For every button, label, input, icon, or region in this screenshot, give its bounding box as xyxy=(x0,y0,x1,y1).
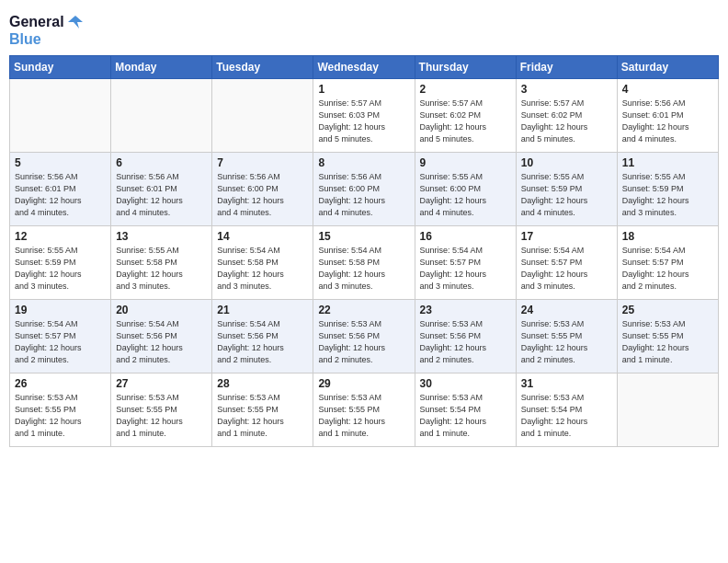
calendar-day-cell: 31Sunrise: 5:53 AM Sunset: 5:54 PM Dayli… xyxy=(516,373,617,446)
calendar-empty-cell xyxy=(617,373,718,446)
weekday-header-row: SundayMondayTuesdayWednesdayThursdayFrid… xyxy=(10,55,719,78)
day-number: 19 xyxy=(15,304,106,316)
calendar-day-cell: 17Sunrise: 5:54 AM Sunset: 5:57 PM Dayli… xyxy=(516,225,617,299)
day-info: Sunrise: 5:55 AM Sunset: 5:59 PM Dayligh… xyxy=(15,245,106,293)
day-number: 31 xyxy=(521,377,612,390)
day-number: 14 xyxy=(217,230,308,243)
day-info: Sunrise: 5:56 AM Sunset: 6:01 PM Dayligh… xyxy=(116,171,207,219)
calendar-day-cell: 11Sunrise: 5:55 AM Sunset: 5:59 PM Dayli… xyxy=(617,152,718,225)
day-number: 4 xyxy=(622,83,713,96)
logo: General Blue xyxy=(9,13,85,48)
day-number: 3 xyxy=(521,83,612,96)
day-number: 20 xyxy=(116,304,207,316)
logo-blue: Blue xyxy=(9,31,85,48)
calendar-week-row: 19Sunrise: 5:54 AM Sunset: 5:57 PM Dayli… xyxy=(10,299,719,373)
day-number: 12 xyxy=(15,230,106,243)
day-info: Sunrise: 5:54 AM Sunset: 5:57 PM Dayligh… xyxy=(420,245,511,293)
day-number: 28 xyxy=(217,377,308,390)
day-info: Sunrise: 5:53 AM Sunset: 5:54 PM Dayligh… xyxy=(521,392,612,440)
day-number: 9 xyxy=(420,156,511,169)
day-info: Sunrise: 5:54 AM Sunset: 5:57 PM Dayligh… xyxy=(521,245,612,293)
weekday-header-monday: Monday xyxy=(111,55,212,78)
calendar-empty-cell xyxy=(111,78,212,152)
day-number: 7 xyxy=(217,156,308,169)
day-info: Sunrise: 5:54 AM Sunset: 5:58 PM Dayligh… xyxy=(217,245,308,293)
day-number: 22 xyxy=(318,304,409,316)
calendar-day-cell: 15Sunrise: 5:54 AM Sunset: 5:58 PM Dayli… xyxy=(313,225,415,299)
logo-general: General xyxy=(9,14,64,30)
calendar-day-cell: 27Sunrise: 5:53 AM Sunset: 5:55 PM Dayli… xyxy=(111,373,212,446)
day-number: 25 xyxy=(622,304,713,316)
day-info: Sunrise: 5:56 AM Sunset: 6:01 PM Dayligh… xyxy=(15,171,106,219)
calendar-day-cell: 29Sunrise: 5:53 AM Sunset: 5:55 PM Dayli… xyxy=(313,373,415,446)
weekday-header-friday: Friday xyxy=(516,55,617,78)
calendar-empty-cell xyxy=(10,78,111,152)
day-info: Sunrise: 5:55 AM Sunset: 5:59 PM Dayligh… xyxy=(521,171,612,219)
calendar-week-row: 1Sunrise: 5:57 AM Sunset: 6:03 PM Daylig… xyxy=(10,78,719,152)
day-number: 21 xyxy=(217,304,308,316)
day-info: Sunrise: 5:55 AM Sunset: 6:00 PM Dayligh… xyxy=(420,171,511,219)
weekday-header-tuesday: Tuesday xyxy=(212,55,313,78)
day-info: Sunrise: 5:53 AM Sunset: 5:56 PM Dayligh… xyxy=(318,318,409,366)
calendar-day-cell: 12Sunrise: 5:55 AM Sunset: 5:59 PM Dayli… xyxy=(10,225,111,299)
day-number: 30 xyxy=(420,377,511,390)
calendar-day-cell: 25Sunrise: 5:53 AM Sunset: 5:55 PM Dayli… xyxy=(617,299,718,373)
page-header: General Blue xyxy=(9,9,719,48)
day-number: 17 xyxy=(521,230,612,243)
logo-bird-icon xyxy=(66,13,85,31)
day-number: 27 xyxy=(116,377,207,390)
calendar-day-cell: 30Sunrise: 5:53 AM Sunset: 5:54 PM Dayli… xyxy=(415,373,516,446)
day-number: 26 xyxy=(15,377,106,390)
day-number: 29 xyxy=(318,377,409,390)
day-info: Sunrise: 5:53 AM Sunset: 5:56 PM Dayligh… xyxy=(420,318,511,366)
calendar-day-cell: 9Sunrise: 5:55 AM Sunset: 6:00 PM Daylig… xyxy=(415,152,516,225)
calendar-day-cell: 21Sunrise: 5:54 AM Sunset: 5:56 PM Dayli… xyxy=(212,299,313,373)
calendar-day-cell: 1Sunrise: 5:57 AM Sunset: 6:03 PM Daylig… xyxy=(313,78,415,152)
day-number: 2 xyxy=(420,83,511,96)
calendar-day-cell: 18Sunrise: 5:54 AM Sunset: 5:57 PM Dayli… xyxy=(617,225,718,299)
day-number: 13 xyxy=(116,230,207,243)
calendar-day-cell: 2Sunrise: 5:57 AM Sunset: 6:02 PM Daylig… xyxy=(415,78,516,152)
day-number: 6 xyxy=(116,156,207,169)
day-info: Sunrise: 5:57 AM Sunset: 6:02 PM Dayligh… xyxy=(420,98,511,145)
calendar-day-cell: 28Sunrise: 5:53 AM Sunset: 5:55 PM Dayli… xyxy=(212,373,313,446)
day-info: Sunrise: 5:57 AM Sunset: 6:03 PM Dayligh… xyxy=(318,98,409,145)
day-number: 11 xyxy=(622,156,713,169)
svg-marker-0 xyxy=(68,16,83,29)
day-info: Sunrise: 5:54 AM Sunset: 5:57 PM Dayligh… xyxy=(622,245,713,293)
calendar-empty-cell xyxy=(212,78,313,152)
day-info: Sunrise: 5:53 AM Sunset: 5:55 PM Dayligh… xyxy=(521,318,612,366)
calendar-week-row: 26Sunrise: 5:53 AM Sunset: 5:55 PM Dayli… xyxy=(10,373,719,446)
calendar-day-cell: 10Sunrise: 5:55 AM Sunset: 5:59 PM Dayli… xyxy=(516,152,617,225)
day-number: 5 xyxy=(15,156,106,169)
day-info: Sunrise: 5:57 AM Sunset: 6:02 PM Dayligh… xyxy=(521,98,612,145)
calendar-day-cell: 19Sunrise: 5:54 AM Sunset: 5:57 PM Dayli… xyxy=(10,299,111,373)
day-number: 16 xyxy=(420,230,511,243)
calendar-day-cell: 8Sunrise: 5:56 AM Sunset: 6:00 PM Daylig… xyxy=(313,152,415,225)
day-number: 24 xyxy=(521,304,612,316)
calendar-day-cell: 4Sunrise: 5:56 AM Sunset: 6:01 PM Daylig… xyxy=(617,78,718,152)
day-number: 1 xyxy=(318,83,409,96)
day-info: Sunrise: 5:56 AM Sunset: 6:00 PM Dayligh… xyxy=(217,171,308,219)
calendar-day-cell: 6Sunrise: 5:56 AM Sunset: 6:01 PM Daylig… xyxy=(111,152,212,225)
day-info: Sunrise: 5:53 AM Sunset: 5:55 PM Dayligh… xyxy=(318,392,409,440)
calendar-day-cell: 14Sunrise: 5:54 AM Sunset: 5:58 PM Dayli… xyxy=(212,225,313,299)
day-info: Sunrise: 5:54 AM Sunset: 5:57 PM Dayligh… xyxy=(15,318,106,366)
weekday-header-sunday: Sunday xyxy=(10,55,111,78)
weekday-header-wednesday: Wednesday xyxy=(313,55,415,78)
day-number: 18 xyxy=(622,230,713,243)
calendar-day-cell: 7Sunrise: 5:56 AM Sunset: 6:00 PM Daylig… xyxy=(212,152,313,225)
calendar-day-cell: 5Sunrise: 5:56 AM Sunset: 6:01 PM Daylig… xyxy=(10,152,111,225)
day-info: Sunrise: 5:54 AM Sunset: 5:56 PM Dayligh… xyxy=(217,318,308,366)
calendar-day-cell: 20Sunrise: 5:54 AM Sunset: 5:56 PM Dayli… xyxy=(111,299,212,373)
day-info: Sunrise: 5:56 AM Sunset: 6:00 PM Dayligh… xyxy=(318,171,409,219)
calendar-day-cell: 26Sunrise: 5:53 AM Sunset: 5:55 PM Dayli… xyxy=(10,373,111,446)
weekday-header-thursday: Thursday xyxy=(415,55,516,78)
day-info: Sunrise: 5:53 AM Sunset: 5:54 PM Dayligh… xyxy=(420,392,511,440)
day-info: Sunrise: 5:55 AM Sunset: 5:58 PM Dayligh… xyxy=(116,245,207,293)
calendar-week-row: 12Sunrise: 5:55 AM Sunset: 5:59 PM Dayli… xyxy=(10,225,719,299)
calendar-week-row: 5Sunrise: 5:56 AM Sunset: 6:01 PM Daylig… xyxy=(10,152,719,225)
calendar-day-cell: 23Sunrise: 5:53 AM Sunset: 5:56 PM Dayli… xyxy=(415,299,516,373)
day-number: 10 xyxy=(521,156,612,169)
calendar-day-cell: 13Sunrise: 5:55 AM Sunset: 5:58 PM Dayli… xyxy=(111,225,212,299)
